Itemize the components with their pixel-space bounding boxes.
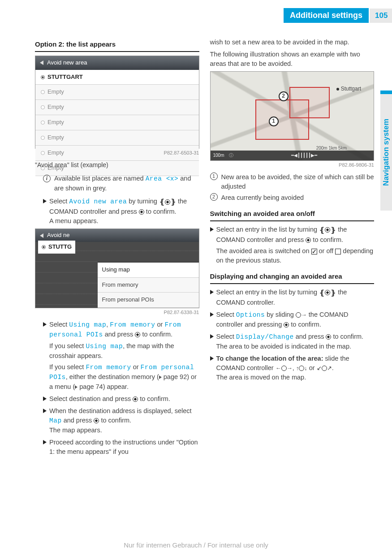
step-marker-icon [43, 440, 47, 444]
legend-item: 2 Area currently being avoided [210, 193, 375, 203]
controller-knob-icon [325, 227, 330, 233]
controller-turn-icon: ❴ [319, 289, 325, 297]
controller-press-icon [139, 209, 144, 215]
step: Select Options by sliding → the COMAND c… [210, 310, 375, 329]
page-header: Additional settings 105 [284, 8, 392, 23]
left-column: Option 2: the list appears Avoid new are… [35, 37, 199, 529]
step: Select Display/Change and press to confi… [210, 332, 375, 351]
section-title: Option 2: the list appears [35, 39, 199, 49]
back-arrow-icon [40, 233, 43, 238]
step-text: Select an entry in the list by turning ❴… [216, 288, 375, 307]
step-text: When the destination address is displaye… [49, 406, 199, 435]
step: Proceed according to the instructions un… [35, 438, 199, 457]
callout-2-icon: 2 [210, 193, 218, 201]
controller-press-icon [94, 418, 99, 423]
radio-on-icon [42, 245, 46, 249]
menu-item: Using map [98, 263, 199, 278]
step-marker-icon [210, 334, 214, 339]
side-tab: Navigation system [380, 94, 392, 211]
step: Select destination and press to confirm. [35, 394, 199, 404]
step-marker-icon [43, 199, 47, 203]
controller-press-icon [326, 334, 331, 340]
controller-knob-icon [281, 366, 287, 371]
step: When the destination address is displaye… [35, 406, 199, 435]
screenshot-avoid-area-list: Avoid new area STUTTGART Empty Empty Emp… [35, 56, 199, 149]
figure-caption: "Avoid area" list (example) [35, 160, 199, 169]
side-tab-label: Navigation system [382, 119, 391, 186]
page-number: 105 [370, 9, 392, 23]
info-text: Available list places are named Area <x>… [54, 174, 199, 193]
step: Select Avoid new area by turning ❴❵ the … [35, 197, 199, 226]
footer-watermark: Nur für internen Gebrauch / For internal… [0, 541, 392, 549]
section-title: Switching an avoided area on/off [210, 209, 375, 219]
step-text: Select Options by sliding → the COMAND c… [216, 310, 375, 329]
back-arrow-icon [40, 60, 43, 65]
screenshot-source-menu: Avoid ne STUTTG Using map From memory Fr… [35, 228, 199, 308]
info-icon: i [43, 175, 51, 182]
step: Select an entry in the list by turning ❴… [210, 288, 375, 307]
step-text: To change the location of the area: slid… [216, 354, 375, 382]
controller-turn-icon: ❴ [159, 198, 165, 206]
step: Select an entry in the list by turning ❴… [210, 225, 375, 265]
radio-off-icon [41, 90, 45, 94]
checkbox-on-icon [311, 249, 317, 254]
list-item: Empty [35, 100, 199, 115]
map-city-label: Stuttgart [336, 85, 361, 93]
shot-header: Avoid new area [35, 56, 199, 70]
callout-1-icon: 1 [269, 116, 279, 126]
popup-menu: Using map From memory From personal POIs [98, 262, 199, 308]
slide-right-icon: → [301, 311, 307, 319]
rule [210, 220, 375, 221]
step-marker-icon [43, 409, 47, 413]
controller-knob-icon [299, 366, 304, 371]
step-marker-icon [210, 356, 214, 361]
step-marker-icon [43, 397, 47, 401]
controller-knob-icon [325, 290, 330, 295]
controller-knob-icon [322, 366, 327, 371]
list-item: STUTTGART [35, 70, 199, 85]
header-title: Additional settings [284, 8, 369, 23]
rule [35, 51, 199, 52]
section-title: Displaying and changing an avoided area [210, 272, 375, 281]
step: Select Using map, From memory or From pe… [35, 320, 199, 392]
controller-knob-icon [165, 199, 170, 205]
continuation-text: wish to set a new area to be avoided in … [210, 38, 375, 47]
callout-1-icon: 1 [210, 172, 218, 180]
list-item: Empty [35, 130, 199, 146]
rule [210, 283, 375, 284]
step-marker-icon [210, 312, 214, 317]
list-item: STUTTG [38, 241, 75, 254]
step-text: Proceed according to the instructions un… [49, 438, 199, 457]
slide-diag-icon: ↗ [327, 364, 332, 373]
step-marker-icon [43, 322, 47, 327]
figure-id: P82.87-6338-31 [35, 309, 199, 316]
callout-2-icon: 2 [279, 91, 289, 101]
step-text: Select Display/Change and press to confi… [216, 332, 364, 351]
map-scale-bar: 100m ⓘ ━◀┃┃┃┃┃▶━ 200m 1km 5km [211, 151, 374, 161]
radio-off-icon [41, 151, 45, 155]
step-text: Select Avoid new area by turning ❴❵ the … [49, 197, 199, 226]
list-item: Empty [35, 85, 199, 100]
menu-item: From memory [98, 278, 199, 293]
right-column: wish to set a new area to be avoided in … [210, 37, 375, 529]
radio-off-icon [41, 136, 45, 140]
controller-press-icon [135, 332, 140, 337]
avoid-area-box [255, 99, 309, 140]
controller-press-icon [306, 237, 311, 243]
legend-item: 1 New area to be avoided, the size of wh… [210, 172, 375, 191]
step-text: Select Using map, From memory or From pe… [49, 320, 199, 392]
step-text: Select an entry in the list by turning ❴… [216, 225, 375, 265]
radio-on-icon [41, 75, 45, 79]
content: Option 2: the list appears Avoid new are… [35, 37, 374, 529]
list-item-label: STUTTGART [47, 73, 83, 82]
continuation-text: The following illustration shows an exam… [210, 50, 375, 69]
figure-id: P82.86-9806-31 [210, 162, 375, 169]
slide-right-icon: → [287, 364, 293, 373]
menu-item: From personal POIs [98, 293, 199, 308]
radio-off-icon [41, 121, 45, 125]
step-marker-icon [210, 290, 214, 294]
controller-knob-icon [296, 312, 301, 318]
radio-off-icon [41, 105, 45, 109]
screenshot-avoid-map: Stuttgart 1 2 100m ⓘ ━◀┃┃┃┃┃▶━ 200m 1km … [210, 71, 375, 161]
controller-press-icon [284, 322, 289, 328]
